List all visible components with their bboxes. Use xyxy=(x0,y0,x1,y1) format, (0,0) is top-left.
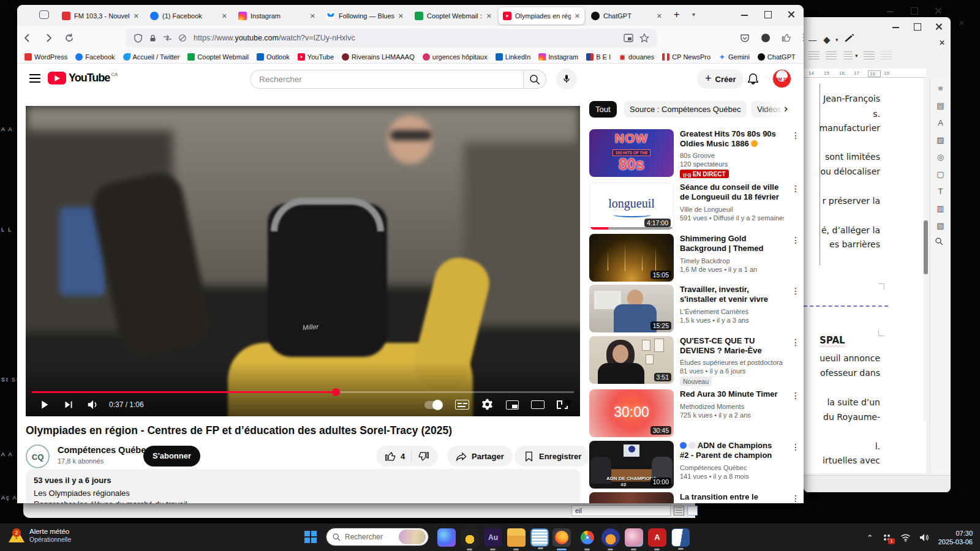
next-icon[interactable] xyxy=(62,398,75,411)
bookmark-item[interactable]: Riverains LHMAAAQ xyxy=(342,53,415,61)
url-text[interactable]: https://www.youtube.com/watch?v=IZUy-nHx… xyxy=(194,34,620,42)
maximize-button[interactable] xyxy=(763,10,773,20)
save-button[interactable]: Enregistrer xyxy=(514,446,590,467)
manage-changes-icon[interactable]: ▥ xyxy=(935,203,947,215)
background-window-statusbar[interactable]: eil xyxy=(23,503,695,518)
volume-icon[interactable] xyxy=(86,398,100,411)
browser-tab[interactable]: Cooptel Webmail :: Bo xyxy=(410,7,496,24)
writer-window[interactable]: — ◆ ▾ ▾ 14 15 16 17 18 19 Jean-François … xyxy=(804,17,951,492)
subscribe-button[interactable]: S'abonner xyxy=(143,446,200,467)
bookmark-item[interactable]: Accueil / Twitter xyxy=(123,53,180,61)
minimize-button[interactable] xyxy=(886,6,895,16)
tab-list-dropdown-icon[interactable]: ▾ xyxy=(692,11,695,18)
bookmark-item[interactable]: Facebook xyxy=(75,53,115,61)
page-icon[interactable]: ▢ xyxy=(935,168,947,181)
dislike-button[interactable] xyxy=(412,451,435,462)
channel-name[interactable]: Timely Backdrop xyxy=(680,257,783,264)
firefox-icon[interactable] xyxy=(552,528,571,547)
bookmark-star-icon[interactable] xyxy=(639,33,649,43)
properties-icon[interactable]: ▤ xyxy=(935,100,947,112)
like-button[interactable]: 4 xyxy=(379,451,411,462)
recommended-video[interactable]: La transition entre le secondaire xyxy=(589,492,804,503)
line-spacing-icon[interactable] xyxy=(844,51,853,60)
bookmark-item[interactable]: Gemini xyxy=(718,53,750,61)
bookmark-item[interactable]: urgences hôpitaux xyxy=(423,53,488,61)
filter-chip-source[interactable]: Source : Compétences Québec xyxy=(624,101,747,118)
bookmark-item[interactable]: YouTube xyxy=(298,53,334,61)
browser-tab-active[interactable]: Olympiades en région xyxy=(499,7,584,24)
multipage-view-icon[interactable] xyxy=(674,506,684,515)
minimize-button[interactable] xyxy=(740,10,750,20)
firefox-view-icon[interactable] xyxy=(39,10,49,19)
video-thumbnail[interactable]: longueuil 4:17:00 xyxy=(589,182,674,230)
autoplay-toggle[interactable] xyxy=(424,401,443,409)
bookmark-item[interactable]: Cooptel Webmail xyxy=(187,53,249,61)
tab-close-icon[interactable] xyxy=(657,12,662,20)
video-title[interactable]: Red Aura 30 Minute Timer xyxy=(680,389,783,399)
channel-name[interactable]: 80s Groove xyxy=(680,152,783,159)
bookmark-item[interactable]: CP NewsPro xyxy=(662,53,710,61)
recommended-video[interactable]: NOW 100 HITS OF THE 80s Greatest Hits 70… xyxy=(589,129,804,182)
guide-menu-icon[interactable] xyxy=(29,74,40,83)
channel-name[interactable]: Études supérieures et postdoctorale... xyxy=(680,359,783,366)
picture-in-picture-icon[interactable] xyxy=(624,34,633,42)
chips-next-icon[interactable] xyxy=(779,102,793,116)
basic-shape-icon[interactable]: ◆ xyxy=(823,34,831,45)
weather-alert-widget[interactable]: 2 Alerte météo Opérationnelle xyxy=(9,527,71,544)
notifications-icon[interactable] xyxy=(746,71,761,86)
voice-search-button[interactable] xyxy=(556,69,577,89)
bookmark-item[interactable]: WordPress xyxy=(24,53,67,61)
video-menu-icon[interactable] xyxy=(791,184,800,193)
extension-icon[interactable] xyxy=(761,33,771,43)
accessibility-check-icon[interactable]: ▧ xyxy=(935,220,947,232)
video-menu-icon[interactable] xyxy=(791,130,800,140)
bookmark-item[interactable]: ChatGPT xyxy=(758,53,796,61)
writer-sidebar[interactable]: ≡ ▤ A ▨ ◎ ▢ T ▥ ▧ xyxy=(930,78,951,473)
sidebar-menu-icon[interactable]: ≡ xyxy=(935,83,947,95)
paint-icon[interactable] xyxy=(625,528,643,547)
close-document-icon[interactable] xyxy=(938,39,945,46)
video-thumbnail[interactable]: 3:51 xyxy=(589,336,674,384)
audition-icon[interactable]: Au xyxy=(484,528,502,547)
close-button[interactable] xyxy=(934,22,944,32)
channel-name[interactable]: Methodized Moments xyxy=(680,403,783,410)
sort-icon[interactable] xyxy=(881,51,892,60)
browser-tab[interactable]: FM 103,3 - Nouvelles, xyxy=(58,7,143,24)
browser-tab[interactable]: Instagram xyxy=(234,7,320,24)
tray-app-icon[interactable]: 1 xyxy=(882,533,892,542)
video-menu-icon[interactable] xyxy=(791,235,800,245)
search-input[interactable]: Rechercher xyxy=(250,70,524,89)
thunderbird-icon[interactable] xyxy=(601,528,620,547)
forward-icon[interactable] xyxy=(43,33,53,43)
recommended-video[interactable]: longueuil 4:17:00 Séance du conseil de v… xyxy=(589,182,804,231)
bookmark-item[interactable]: douanes xyxy=(619,53,654,61)
video-menu-icon[interactable] xyxy=(791,286,800,296)
browser-tab[interactable]: ChatGPT xyxy=(587,7,666,24)
tab-close-icon[interactable] xyxy=(222,12,227,20)
libreoffice-writer-icon[interactable] xyxy=(671,528,690,547)
tab-close-icon[interactable] xyxy=(310,12,315,20)
tab-close-icon[interactable] xyxy=(398,12,404,20)
bookmark-item[interactable]: B E I xyxy=(586,53,611,61)
video-thumbnail[interactable]: 30:00 30:45 xyxy=(589,389,674,437)
recommended-video[interactable]: ADN DE CHAMPIONS #2 10:00 ADN de Champio… xyxy=(589,441,804,490)
recommended-video[interactable]: 30:00 30:45 Red Aura 30 Minute Timer Met… xyxy=(589,389,804,438)
maximize-button[interactable] xyxy=(913,22,922,32)
permissions-icon[interactable] xyxy=(163,34,172,42)
tab-close-icon[interactable] xyxy=(575,12,580,20)
video-title[interactable]: Séance du conseil de ville de Longueuil … xyxy=(680,182,783,203)
wifi-icon[interactable] xyxy=(900,533,911,542)
line-spacing-arrow-icon[interactable]: ▾ xyxy=(855,53,858,59)
reload-icon[interactable] xyxy=(64,33,74,43)
bird-app-icon[interactable] xyxy=(461,528,479,547)
filter-chip-all[interactable]: Tout xyxy=(589,101,617,118)
theater-mode-icon[interactable] xyxy=(531,400,545,409)
channel-name[interactable]: L'Événement Carrières xyxy=(680,308,783,315)
video-thumbnail[interactable]: 15:25 xyxy=(589,285,674,332)
style-inspector-icon[interactable]: T xyxy=(935,186,947,198)
ruler[interactable]: 14 15 16 17 18 19 xyxy=(804,69,926,78)
indent-decrease-icon[interactable] xyxy=(826,51,837,60)
copilot-icon[interactable] xyxy=(437,528,456,547)
indent-increase-icon[interactable] xyxy=(809,51,820,60)
pocket-icon[interactable] xyxy=(740,33,750,43)
